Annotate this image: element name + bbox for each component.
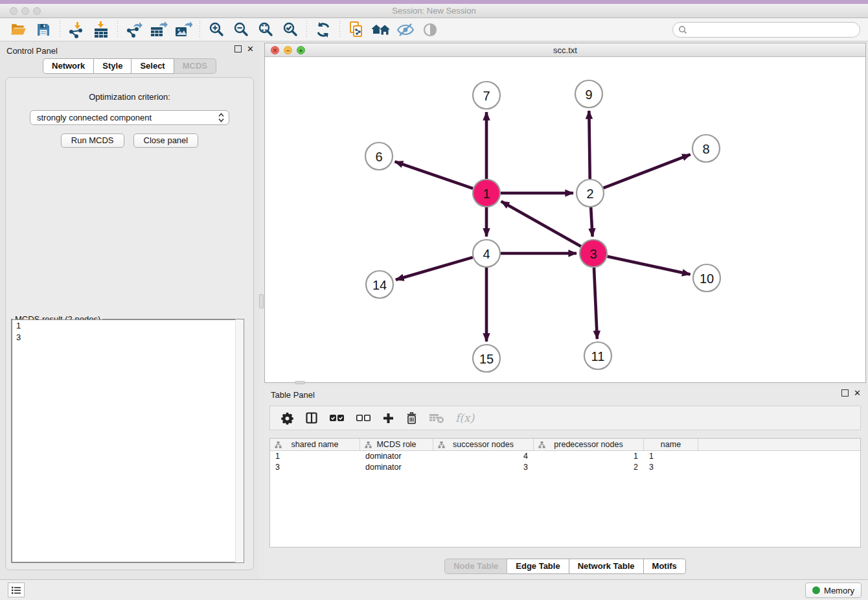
table-cell[interactable]: dominator: [360, 462, 433, 473]
table-cell[interactable]: 3: [644, 462, 698, 473]
zoom-in-icon[interactable]: [204, 19, 229, 40]
table-cell[interactable]: 1: [270, 451, 360, 462]
mcds-result-item[interactable]: 1: [12, 320, 243, 332]
table-row[interactable]: 1dominator411: [270, 451, 860, 462]
task-history-button[interactable]: [8, 583, 25, 597]
column-header-mcds-role[interactable]: MCDS role: [360, 439, 433, 450]
table-settings-gear-icon[interactable]: [280, 409, 294, 427]
select-all-columns-icon[interactable]: [329, 409, 345, 427]
tab-select[interactable]: Select: [131, 58, 174, 74]
search-icon: [678, 25, 687, 34]
export-network-icon[interactable]: [122, 19, 146, 40]
select-stepper-icon: [218, 113, 224, 122]
show-eye-icon[interactable]: [418, 19, 442, 40]
table-cell[interactable]: 4: [433, 451, 534, 462]
add-column-icon[interactable]: [382, 409, 394, 427]
graph-edge-3-10[interactable]: [607, 257, 690, 275]
close-table-panel-icon[interactable]: ✕: [854, 389, 861, 397]
table-cell[interactable]: 1: [644, 451, 698, 462]
toolbar-separator: [200, 21, 200, 39]
graph-node-label: 10: [700, 271, 714, 286]
split-columns-icon[interactable]: [305, 409, 318, 427]
graph-edge-2-9[interactable]: [589, 111, 589, 179]
tab-network[interactable]: Network: [43, 58, 94, 74]
status-bar: Memory: [0, 579, 868, 600]
export-image-icon[interactable]: [171, 19, 196, 40]
column-header-successor-nodes[interactable]: successor nodes: [433, 439, 534, 450]
save-session-icon[interactable]: [31, 19, 56, 40]
table-cell[interactable]: 3: [433, 462, 534, 473]
import-network-icon[interactable]: [64, 19, 89, 40]
tab-edge-table[interactable]: Edge Table: [507, 559, 569, 574]
search-input[interactable]: [687, 24, 860, 36]
tab-node-table[interactable]: Node Table: [444, 559, 507, 574]
mcds-result-scrollbar[interactable]: [235, 319, 244, 562]
close-panel-icon[interactable]: ✕: [247, 45, 254, 52]
toolbar-separator: [339, 21, 340, 39]
hide-selected-eye-icon[interactable]: [393, 19, 418, 40]
apply-layout-icon[interactable]: [311, 19, 336, 40]
table-cell[interactable]: 2: [534, 462, 644, 473]
network-canvas[interactable]: 1234678910111415: [265, 57, 865, 382]
memory-label: Memory: [824, 586, 854, 595]
fit-content-icon[interactable]: [253, 19, 278, 40]
close-panel-button[interactable]: Close panel: [133, 133, 199, 148]
criterion-select[interactable]: strongly connected component: [30, 110, 229, 125]
float-table-panel-icon[interactable]: [841, 389, 849, 397]
search-box: [672, 22, 860, 38]
open-session-icon[interactable]: [6, 19, 31, 40]
graph-edge-1-6[interactable]: [395, 161, 474, 188]
optimization-criterion-label: Optimization criterion:: [6, 92, 253, 102]
table-tabs: Node TableEdge TableNetwork TableMotifs: [264, 559, 866, 574]
mcds-panel: Optimization criterion: strongly connect…: [5, 77, 254, 570]
run-mcds-button[interactable]: Run MCDS: [61, 133, 124, 148]
graph-node-label: 9: [585, 87, 592, 102]
mcds-result-list[interactable]: 13: [12, 319, 244, 562]
toolbar-separator: [306, 21, 307, 39]
delete-column-icon[interactable]: [405, 409, 418, 427]
table-row[interactable]: 3dominator323: [270, 462, 860, 473]
tab-motifs[interactable]: Motifs: [644, 559, 686, 574]
export-table-icon[interactable]: [146, 19, 171, 40]
duplicate-network-icon[interactable]: [344, 19, 369, 40]
mcds-result-item[interactable]: 3: [12, 332, 243, 343]
graph-node-label: 15: [479, 352, 494, 366]
node-table: shared nameMCDS rolesuccessor nodesprede…: [269, 438, 861, 548]
import-table-icon[interactable]: [89, 19, 113, 40]
graph-node-label: 6: [375, 150, 382, 164]
table-cell[interactable]: 3: [270, 462, 360, 473]
tab-network-table[interactable]: Network Table: [569, 559, 644, 574]
tab-mcds[interactable]: MCDS: [174, 58, 216, 74]
table-toolbar: f(x): [269, 406, 861, 430]
graph-node-label: 2: [586, 187, 593, 201]
clear-column-selection-icon[interactable]: [356, 409, 371, 427]
column-header-name[interactable]: name: [644, 439, 698, 450]
zoom-out-icon[interactable]: [229, 19, 253, 40]
memory-button[interactable]: Memory: [805, 583, 862, 598]
column-header-shared-name[interactable]: shared name: [270, 439, 360, 450]
network-window-titlebar[interactable]: ✕ − + scc.txt: [265, 43, 865, 57]
network-window: ✕ − + scc.txt 1234678910111415: [264, 43, 866, 383]
network-splitter-handle[interactable]: [295, 381, 305, 384]
table-panel: Table Panel ✕ f(x) shared nameMCDS rol: [264, 386, 866, 579]
panel-splitter-handle[interactable]: [259, 294, 264, 308]
graph-edge-3-11[interactable]: [594, 268, 597, 339]
graph-edge-3-1[interactable]: [501, 202, 581, 246]
graph-node-label: 11: [591, 349, 605, 363]
main-toolbar: [0, 18, 868, 41]
graph-node-label: 1: [483, 187, 490, 201]
graph-edge-2-8[interactable]: [604, 154, 691, 188]
float-panel-icon[interactable]: [234, 45, 242, 52]
graph-edge-4-14[interactable]: [396, 257, 473, 280]
zoom-selected-icon[interactable]: [278, 19, 303, 40]
table-cell[interactable]: dominator: [360, 451, 433, 462]
graph-node-label: 3: [589, 247, 597, 261]
graph-node-label: 4: [483, 247, 490, 261]
control-panel-title: Control Panel: [6, 46, 58, 56]
tab-style[interactable]: Style: [94, 58, 131, 74]
control-panel: Control Panel ✕ NetworkStyleSelectMCDS O…: [0, 41, 259, 579]
table-cell[interactable]: 1: [534, 451, 644, 462]
column-header-predecessor-nodes[interactable]: predecessor nodes: [534, 439, 644, 450]
graph-edge-2-3[interactable]: [591, 207, 592, 237]
home-views-icon[interactable]: [369, 19, 393, 40]
